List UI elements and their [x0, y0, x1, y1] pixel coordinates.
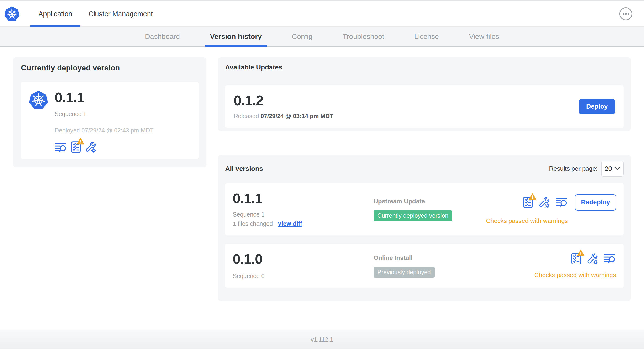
warning-triangle-icon: [76, 138, 84, 145]
admin-console: Application Cluster Management Dashboard…: [0, 0, 644, 349]
results-per-page: Results per page: 20: [549, 161, 624, 177]
tab-cluster-management[interactable]: Cluster Management: [80, 2, 161, 26]
available-updates-title: Available Updates: [225, 64, 624, 71]
results-per-page-select[interactable]: 20: [601, 161, 624, 177]
kubernetes-logo-icon: [4, 6, 20, 22]
current-version-card: Currently deployed version 0.1.1 Sequenc…: [13, 57, 206, 167]
status-badge: Currently deployed version: [374, 210, 452, 221]
warning-triangle-icon: [529, 193, 536, 200]
deploy-button[interactable]: Deploy: [579, 99, 615, 114]
tab-version-history[interactable]: Version history: [205, 27, 267, 46]
app-icon: [29, 90, 48, 153]
results-per-page-label: Results per page:: [549, 165, 598, 172]
update-row: 0.1.2 Released 07/29/24 @ 03:14 pm MDT D…: [225, 86, 624, 128]
preflight-checks-icon[interactable]: [523, 196, 533, 208]
current-version-actions: [55, 141, 154, 153]
warning-triangle-icon: [577, 250, 584, 256]
edit-config-icon[interactable]: [85, 141, 97, 153]
released-timestamp: Released 07/29/24 @ 03:14 pm MDT: [234, 113, 579, 120]
released-label: Released: [234, 113, 259, 119]
deploy-logs-icon[interactable]: [55, 142, 67, 153]
version-row: 0.1.1 Sequence 1 1 files changed View di…: [225, 183, 624, 235]
deployed-timestamp: Deployed 07/29/24 @ 02:43 pm MDT: [55, 127, 154, 134]
tab-application[interactable]: Application: [30, 2, 80, 26]
preflight-checks-icon[interactable]: [71, 141, 81, 153]
preflight-status-link[interactable]: Checks passed with warnings: [534, 272, 616, 279]
row-version-number: 0.1.0: [233, 252, 374, 266]
status-badge: Previously deployed: [374, 267, 435, 278]
released-value: 07/29/24 @ 03:14 pm MDT: [261, 113, 334, 119]
version-row-source: Upstream Update Currently deployed versi…: [374, 198, 486, 221]
update-version-number: 0.1.2: [234, 94, 579, 108]
tab-config[interactable]: Config: [287, 27, 318, 46]
tab-view-files[interactable]: View files: [464, 27, 504, 46]
chevron-down-icon: [614, 166, 620, 171]
edit-config-icon[interactable]: [586, 253, 598, 265]
update-info: 0.1.2 Released 07/29/24 @ 03:14 pm MDT: [234, 94, 579, 120]
app-header: Application Cluster Management: [0, 2, 644, 27]
files-changed-label: 1 files changed: [233, 220, 273, 227]
row-sequence-label: Sequence 0: [233, 272, 374, 280]
source-label: Upstream Update: [374, 198, 486, 205]
version-row-source: Online Install Previously deployed: [374, 254, 534, 278]
right-column: Available Updates 0.1.2 Released 07/29/2…: [218, 57, 631, 301]
preflight-checks-icon[interactable]: [571, 253, 581, 265]
edit-config-icon[interactable]: [538, 196, 550, 208]
row-version-number: 0.1.1: [233, 192, 374, 205]
available-updates-card: Available Updates 0.1.2 Released 07/29/2…: [218, 57, 631, 131]
app-footer: v1.112.1: [0, 330, 644, 349]
version-row-actions: Redeploy Checks passed with warnings: [486, 194, 616, 225]
console-version-label: v1.112.1: [311, 336, 333, 343]
all-versions-title: All versions: [225, 165, 549, 172]
current-version-inner: 0.1.1 Sequence 1 Deployed 07/29/24 @ 02:…: [21, 82, 198, 159]
version-row: 0.1.0 Sequence 0 Online Install Previous…: [225, 244, 624, 288]
tab-troubleshoot[interactable]: Troubleshoot: [337, 27, 389, 46]
results-per-page-value: 20: [604, 165, 612, 172]
more-menu-button[interactable]: [619, 7, 632, 20]
current-sequence-label: Sequence 1: [55, 110, 154, 118]
row-sequence-label: Sequence 1: [233, 211, 374, 218]
current-version-info: 0.1.1 Sequence 1 Deployed 07/29/24 @ 02:…: [55, 90, 154, 153]
version-row-info: 0.1.1 Sequence 1 1 files changed View di…: [233, 192, 374, 227]
tab-dashboard[interactable]: Dashboard: [140, 27, 185, 46]
all-versions-header: All versions Results per page: 20: [225, 161, 624, 177]
header-tabs: Application Cluster Management: [30, 2, 161, 26]
version-row-info: 0.1.0 Sequence 0: [233, 252, 374, 280]
redeploy-button[interactable]: Redeploy: [575, 194, 616, 210]
tab-license[interactable]: License: [409, 27, 444, 46]
deploy-logs-icon[interactable]: [604, 254, 616, 264]
source-label: Online Install: [374, 254, 534, 262]
preflight-status-link[interactable]: Checks passed with warnings: [486, 217, 568, 225]
main-content: Currently deployed version 0.1.1 Sequenc…: [0, 47, 644, 330]
view-diff-link[interactable]: View diff: [278, 220, 302, 227]
current-version-number: 0.1.1: [55, 90, 154, 104]
ellipsis-icon: [619, 18, 632, 21]
app-subnav: Dashboard Version history Config Trouble…: [0, 27, 644, 47]
all-versions-card: All versions Results per page: 20: [218, 155, 631, 301]
version-row-actions: Checks passed with warnings: [534, 253, 616, 279]
current-version-title: Currently deployed version: [21, 64, 198, 72]
deploy-logs-icon[interactable]: [556, 197, 568, 208]
